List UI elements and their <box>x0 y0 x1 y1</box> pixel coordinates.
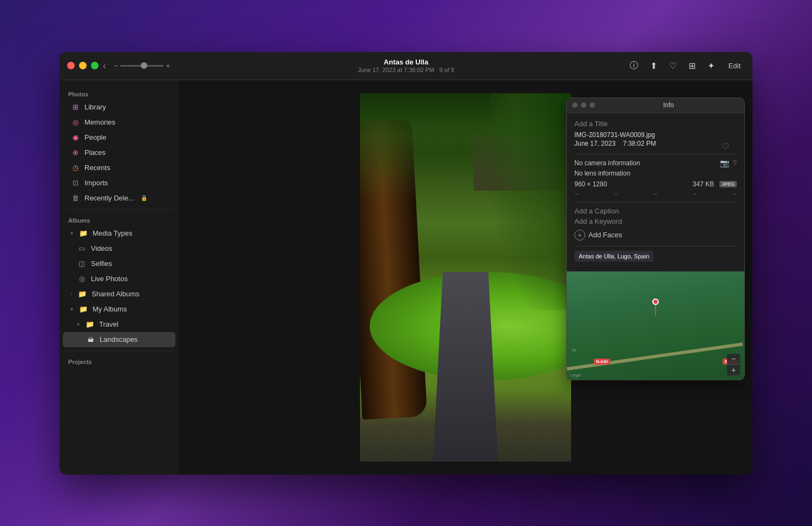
edit-button[interactable]: Edit <box>724 60 745 72</box>
exif-dash-1: − <box>574 190 578 198</box>
road-badge-1: N-640 <box>594 359 610 365</box>
titlebar-center: Antas de Ulla June 17, 2023 at 7:38:02 P… <box>358 58 454 73</box>
sidebar-item-recents-label: Recents <box>84 164 110 172</box>
content-area: Info Add a Title ♡ IMG-20180731-WA0009.j… <box>179 80 752 475</box>
landscapes-album-icon: 🏔 <box>86 335 95 345</box>
main-content: Photos ⊞ Library ◎ Memories ◉ People ⊕ P… <box>60 80 752 475</box>
titlebar-right-controls: ⓘ ⬆ ♡ ⊞ ✦ Edit <box>627 58 745 74</box>
people-icon: ◉ <box>70 133 80 142</box>
sidebar-item-videos-label: Videos <box>91 244 113 252</box>
projects-section-label: Projects <box>60 354 179 367</box>
info-divider-2 <box>574 202 737 203</box>
info-dot-1 <box>572 102 578 108</box>
sidebar-divider-1 <box>65 209 173 210</box>
sidebar-item-library-label: Library <box>84 103 106 111</box>
exif-dash-3: − <box>653 190 657 198</box>
add-faces-button[interactable]: + Add Faces <box>574 230 737 241</box>
sidebar-item-recently-deleted-label: Recently Dele... <box>84 194 134 202</box>
add-title-field[interactable]: Add a Title <box>574 120 737 128</box>
sidebar-item-places-label: Places <box>84 148 106 157</box>
imports-icon: ⊡ <box>70 178 80 188</box>
photo-image <box>360 93 571 462</box>
sidebar-item-landscapes[interactable]: 🏔 Landscapes <box>63 332 175 347</box>
favorite-icon[interactable]: ♡ <box>667 59 679 73</box>
info-panel-titlebar: Info <box>567 98 744 113</box>
albums-section-label: Albums <box>60 213 179 226</box>
sidebar-item-media-types-label: Media Types <box>93 229 132 237</box>
info-panel-content: Add a Title ♡ IMG-20180731-WA0009.jpg Ju… <box>567 113 744 271</box>
sidebar-item-videos[interactable]: ▭ Videos <box>63 241 175 256</box>
minimize-button[interactable] <box>79 62 87 69</box>
info-favorite-icon[interactable]: ♡ <box>722 141 729 152</box>
info-icon[interactable]: ⓘ <box>627 58 640 74</box>
map-zoom-out-button[interactable]: − <box>727 354 740 365</box>
sidebar-item-my-albums[interactable]: ▾ 📁 My Albums <box>63 302 175 317</box>
sidebar-item-selfies[interactable]: ◫ Selfies <box>63 256 175 271</box>
sidebar-item-shared-albums[interactable]: › 📁 Shared Albums <box>63 287 175 302</box>
maximize-button[interactable] <box>91 62 99 69</box>
lens-info-text: No lens information <box>574 170 737 177</box>
map-background: N-640 N-640 ia − + Legal <box>567 271 744 380</box>
photo-datetime: June 17, 2023 7:38:02 PM <box>574 140 737 147</box>
my-albums-chevron-down: ▾ <box>70 306 73 312</box>
sidebar-item-places[interactable]: ⊕ Places <box>63 145 175 160</box>
zoom-minus-icon[interactable]: − <box>114 61 118 70</box>
crop-icon[interactable]: ⊞ <box>686 59 698 73</box>
travel-folder-icon: 📁 <box>85 320 95 329</box>
travel-chevron-down: ▾ <box>77 321 80 327</box>
sidebar-item-library[interactable]: ⊞ Library <box>63 100 175 115</box>
zoom-plus-icon[interactable]: + <box>166 61 170 70</box>
info-dot-3 <box>590 102 595 108</box>
magic-icon[interactable]: ✦ <box>705 59 717 73</box>
photo-subtitle: June 17, 2023 at 7:38:02 PM · 9 of 9 <box>358 67 454 73</box>
sidebar-item-landscapes-label: Landscapes <box>100 335 137 343</box>
sidebar-item-my-albums-label: My Albums <box>93 305 127 313</box>
shared-albums-chevron-right: › <box>70 291 72 297</box>
lock-icon: 🔒 <box>141 195 147 201</box>
camera-info-text: No camera information <box>574 159 640 167</box>
sidebar-item-recents[interactable]: ◷ Recents <box>63 160 175 176</box>
map-area[interactable]: N-640 N-640 ia − + Legal <box>567 271 744 380</box>
sidebar-item-live-photos[interactable]: ◎ Live Photos <box>63 271 175 287</box>
dimensions-text: 960 × 1280 <box>574 180 607 188</box>
sidebar-item-media-types[interactable]: ▾ 📁 Media Types <box>63 226 175 241</box>
sidebar-item-memories[interactable]: ◎ Memories <box>63 115 175 130</box>
format-badge: JPEG <box>719 181 737 187</box>
share-icon[interactable]: ⬆ <box>648 59 659 73</box>
exif-dash-2: − <box>614 190 618 198</box>
exif-dash-5: − <box>733 190 737 198</box>
close-button[interactable] <box>67 62 75 69</box>
sidebar-item-recently-deleted[interactable]: 🗑 Recently Dele... 🔒 <box>63 191 175 206</box>
photo-filename: IMG-20180731-WA0009.jpg <box>574 131 737 139</box>
media-types-chevron-down: ▾ <box>70 230 73 236</box>
shared-albums-folder-icon: 📁 <box>77 289 87 299</box>
zoom-track[interactable] <box>120 65 163 67</box>
map-legal-text: Legal <box>570 373 581 378</box>
camera-icon: 📷 <box>720 159 729 167</box>
info-panel: Info Add a Title ♡ IMG-20180731-WA0009.j… <box>566 98 745 380</box>
back-button[interactable]: ‹ <box>100 59 109 73</box>
photo-scene <box>360 93 571 462</box>
garden-path <box>433 272 498 462</box>
sidebar-item-shared-albums-label: Shared Albums <box>91 290 139 298</box>
map-pin-circle <box>652 298 659 305</box>
sidebar-item-live-photos-label: Live Photos <box>91 275 128 283</box>
sidebar-item-imports[interactable]: ⊡ Imports <box>63 176 175 191</box>
library-icon: ⊞ <box>70 102 80 112</box>
sidebar-item-people[interactable]: ◉ People <box>63 130 175 145</box>
location-tag: Antas de Ulla, Lugo, Spain <box>574 251 653 262</box>
photo-date: June 17, 2023 <box>574 140 615 147</box>
camera-icons: 📷 ? <box>720 159 737 167</box>
sidebar-item-travel[interactable]: ▾ 📁 Travel <box>63 317 175 332</box>
add-keyword-field[interactable]: Add a Keyword <box>574 217 737 225</box>
media-types-folder-icon: 📁 <box>78 229 88 238</box>
map-pin-line <box>655 305 656 316</box>
add-caption-field[interactable]: Add a Caption <box>574 207 737 215</box>
map-zoom-in-button[interactable]: + <box>727 365 740 375</box>
photo-title: Antas de Ulla <box>358 58 454 66</box>
exif-dash-4: − <box>693 190 697 198</box>
map-region-label: ia <box>572 347 576 353</box>
zoom-thumb[interactable] <box>141 62 147 69</box>
exif-dashes: − − − − − <box>574 190 737 198</box>
selfies-icon: ◫ <box>77 259 87 269</box>
